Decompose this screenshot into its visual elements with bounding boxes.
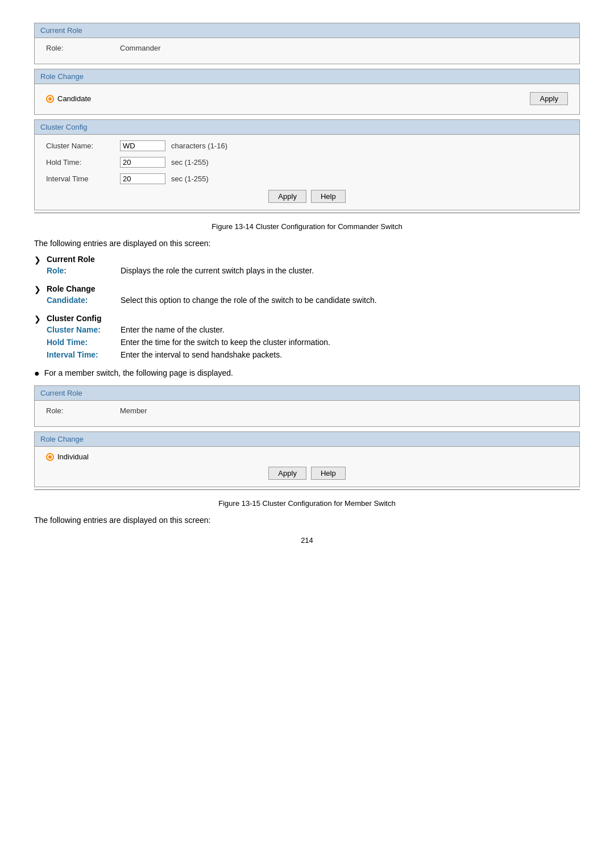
interval-time-label: Interval Time [46, 175, 120, 183]
entry-cluster-config-sub: Cluster Name: Enter the name of the clus… [47, 325, 330, 359]
member-role-change-section: Role Change Individual Apply Help [34, 431, 580, 487]
role-change-sub-label: Candidate: [47, 296, 121, 305]
role-change-sub-desc: Select this option to change the role of… [121, 296, 377, 305]
current-role-sub-label: Role: [47, 266, 121, 275]
interval-time-input[interactable] [120, 173, 165, 184]
member-role-change-header: Role Change [35, 432, 579, 447]
entries-list: ❯ Current Role Role: Displays the role t… [34, 255, 580, 363]
cluster-name-hint: characters (1-16) [171, 142, 227, 150]
member-current-role-body: Role: Member [35, 401, 579, 426]
entry-current-role-title: Current Role [47, 255, 314, 264]
individual-radio-row: Individual [46, 451, 568, 462]
current-role-section: Current Role Role: Commander [34, 23, 580, 64]
role-change-sub-item-candidate: Candidate: Select this option to change … [47, 296, 377, 305]
page-number: 214 [34, 536, 580, 545]
description2-text: The following entries are displayed on t… [34, 516, 580, 525]
role-change-row: Candidate Apply [46, 89, 568, 107]
member-current-role-header: Current Role [35, 386, 579, 401]
figure1-caption: Figure 13-14 Cluster Configuration for C… [34, 222, 580, 231]
candidate-radio-icon[interactable] [46, 95, 54, 103]
member-role-label: Role: [46, 406, 120, 415]
cluster-config-section: Cluster Config Cluster Name: characters … [34, 119, 580, 210]
cluster-config-header: Cluster Config [35, 120, 579, 135]
cluster-config-buttons: Apply Help [46, 190, 568, 203]
member-help-button[interactable]: Help [311, 467, 346, 480]
hold-time-row: Hold Time: sec (1-255) [46, 156, 568, 169]
cluster-config-body: Cluster Name: characters (1-16) Hold Tim… [35, 135, 579, 210]
cluster-config-sub-item-hold: Hold Time: Enter the time for the switch… [47, 338, 330, 347]
description1-text: The following entries are displayed on t… [34, 239, 580, 248]
hold-time-sub-label: Hold Time: [47, 338, 121, 347]
current-role-sub-desc: Displays the role the current switch pla… [121, 266, 314, 275]
cluster-name-label: Cluster Name: [46, 142, 120, 150]
entry-cluster-config-title: Cluster Config [47, 314, 330, 323]
individual-radio-icon[interactable] [46, 453, 54, 461]
entry-current-role-sub: Role: Displays the role the current swit… [47, 266, 314, 275]
individual-radio-group: Individual [46, 452, 89, 461]
bullet-text: For a member switch, the following page … [44, 368, 233, 377]
candidate-label: Candidate [57, 94, 91, 103]
role-change-section: Role Change Candidate Apply [34, 69, 580, 115]
hold-time-sub-desc: Enter the time for the switch to keep th… [121, 338, 330, 347]
figure2-caption: Figure 13-15 Cluster Configuration for M… [34, 499, 580, 508]
interval-time-sub-label: Interval Time: [47, 350, 121, 359]
entry-role-change-title: Role Change [47, 284, 377, 293]
entry-cluster-config-content: Cluster Config Cluster Name: Enter the n… [47, 314, 330, 363]
cluster-config-apply-button[interactable]: Apply [268, 190, 306, 203]
role-change-apply-button[interactable]: Apply [530, 92, 568, 105]
interval-time-hint: sec (1-255) [171, 175, 209, 183]
role-label: Role: [46, 44, 120, 52]
entry-role-change-sub: Candidate: Select this option to change … [47, 296, 377, 305]
member-role-value: Member [120, 406, 147, 415]
role-change-header: Role Change [35, 69, 579, 84]
current-role-sub-item-role: Role: Displays the role the current swit… [47, 266, 314, 275]
current-role-header: Current Role [35, 23, 579, 38]
arrow-icon-3: ❯ [34, 314, 41, 323]
entry-cluster-config: ❯ Cluster Config Cluster Name: Enter the… [34, 314, 580, 363]
cluster-name-sub-label: Cluster Name: [47, 325, 121, 334]
current-role-body: Role: Commander [35, 38, 579, 64]
cluster-config-help-button[interactable]: Help [311, 190, 346, 203]
divider-1 [34, 213, 580, 213]
role-change-body: Candidate Apply [35, 84, 579, 114]
member-role-row: Role: Member [46, 405, 568, 416]
member-apply-button[interactable]: Apply [268, 467, 306, 480]
entry-current-role-content: Current Role Role: Displays the role the… [47, 255, 314, 279]
cluster-name-sub-desc: Enter the name of the cluster. [121, 325, 225, 334]
role-value: Commander [120, 44, 161, 52]
entry-current-role: ❯ Current Role Role: Displays the role t… [34, 255, 580, 279]
divider-2 [34, 489, 580, 490]
hold-time-label: Hold Time: [46, 158, 120, 167]
interval-time-row: Interval Time sec (1-255) [46, 172, 568, 185]
individual-label: Individual [57, 452, 89, 461]
arrow-icon-2: ❯ [34, 285, 41, 294]
cluster-name-input[interactable] [120, 140, 165, 151]
entry-role-change-content: Role Change Candidate: Select this optio… [47, 284, 377, 308]
cluster-config-sub-item-interval: Interval Time: Enter the interval to sen… [47, 350, 330, 359]
interval-time-sub-desc: Enter the interval to send handshake pac… [121, 350, 282, 359]
arrow-icon-1: ❯ [34, 255, 41, 264]
member-config-wrapper: Current Role Role: Member Role Change In… [34, 385, 580, 508]
entry-role-change: ❯ Role Change Candidate: Select this opt… [34, 284, 580, 308]
member-current-role-section: Current Role Role: Member [34, 385, 580, 427]
role-row: Role: Commander [46, 43, 568, 53]
member-role-change-buttons: Apply Help [46, 467, 568, 480]
cluster-name-row: Cluster Name: characters (1-16) [46, 139, 568, 152]
hold-time-hint: sec (1-255) [171, 158, 209, 167]
bullet-dot-icon: ● [34, 368, 40, 379]
commander-config-wrapper: Current Role Role: Commander Role Change… [34, 23, 580, 231]
candidate-radio-group: Candidate [46, 94, 91, 103]
member-switch-bullet: ● For a member switch, the following pag… [34, 368, 580, 379]
cluster-config-sub-item-name: Cluster Name: Enter the name of the clus… [47, 325, 330, 334]
hold-time-input[interactable] [120, 157, 165, 168]
member-role-change-body: Individual Apply Help [35, 447, 579, 487]
